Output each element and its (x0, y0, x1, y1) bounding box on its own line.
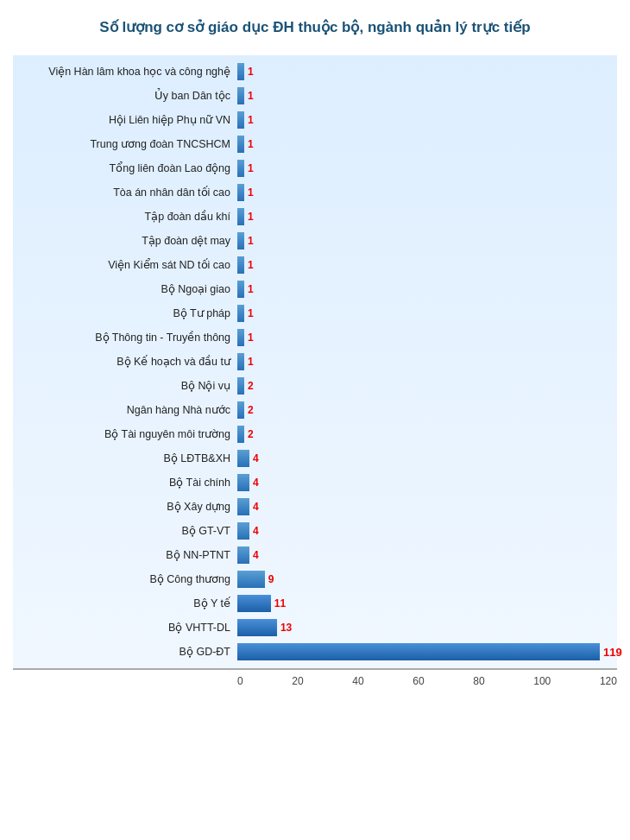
x-axis-tick: 20 (292, 675, 303, 687)
bar-fill: 4 (237, 522, 249, 540)
bar-label: Ủy ban Dân tộc (13, 89, 237, 102)
bar-row: Bộ Y tế11 (13, 591, 617, 616)
bar-row: Tập đoàn dệt may1 (13, 229, 617, 253)
bar-value: 1 (248, 235, 254, 247)
bar-fill: 1 (237, 208, 244, 225)
bar-row: Bộ Nội vụ2 (13, 374, 617, 398)
bar-row: Bộ Tài chính4 (13, 471, 617, 495)
bar-value: 2 (248, 380, 254, 392)
bar-row: Bộ LĐTB&XH4 (13, 446, 617, 471)
bar-value: 4 (253, 525, 259, 537)
bar-fill: 1 (237, 281, 244, 298)
bar-label: Bộ Kế hoạch và đầu tư (13, 355, 237, 368)
bar-value: 2 (248, 404, 254, 416)
bar-track: 4 (237, 546, 617, 565)
bar-row: Bộ Thông tin - Truyền thông1 (13, 325, 617, 350)
bar-fill: 1 (237, 184, 244, 201)
bar-track: 11 (237, 594, 617, 613)
bar-fill: 4 (237, 450, 249, 467)
bar-fill: 4 (237, 546, 249, 564)
bar-row: Bộ NN-PTNT4 (13, 543, 617, 567)
bar-row: Bộ Tư pháp1 (13, 301, 617, 325)
bar-fill: 1 (237, 329, 244, 346)
bar-label: Bộ VHTT-DL (13, 621, 237, 634)
bar-row: Bộ GT-VT4 (13, 519, 617, 543)
bar-track: 4 (237, 473, 617, 492)
bar-value: 4 (253, 549, 259, 561)
bar-fill: 2 (237, 426, 244, 443)
bar-fill: 4 (237, 498, 249, 515)
bar-value: 1 (248, 283, 254, 295)
bar-value: 1 (248, 186, 254, 199)
bar-label: Viện Kiểm sát ND tối cao (13, 258, 237, 271)
bar-label: Hội Liên hiệp Phụ nữ VN (13, 113, 237, 126)
bar-row: Tòa án nhân dân tối cao1 (13, 180, 617, 205)
bar-value: 4 (253, 452, 259, 464)
x-axis-tick: 0 (237, 675, 243, 687)
bar-fill: 1 (237, 256, 244, 274)
x-axis: 020406080100120 (237, 675, 617, 687)
bar-track: 1 (237, 328, 617, 347)
bar-row: Viện Kiểm sát ND tối cao1 (13, 253, 617, 277)
bar-fill: 9 (237, 571, 265, 588)
bar-row: Ngân hàng Nhà nước2 (13, 398, 617, 422)
bar-value: 4 (253, 501, 259, 513)
bar-fill: 1 (237, 353, 244, 370)
bar-label: Bộ GD-ĐT (13, 645, 237, 658)
x-axis-ticks: 020406080100120 (237, 675, 617, 687)
bar-fill: 1 (237, 63, 244, 80)
bar-label: Bộ Tài nguyên môi trường (13, 427, 237, 440)
bar-label: Bộ Tư pháp (13, 306, 237, 319)
bar-track: 2 (237, 401, 617, 420)
bar-fill: 1 (237, 136, 244, 153)
bar-track: 1 (237, 62, 617, 81)
bar-track: 2 (237, 425, 617, 444)
bar-label: Bộ NN-PTNT (13, 548, 237, 561)
bar-value: 1 (248, 162, 254, 174)
bar-value: 1 (248, 114, 254, 126)
bar-label: Viện Hàn lâm khoa học và công nghệ (13, 65, 237, 78)
bar-value: 4 (253, 477, 259, 489)
bar-label: Bộ Tài chính (13, 476, 237, 489)
bar-label: Tập đoàn dầu khí (13, 210, 237, 223)
bar-track: 2 (237, 376, 617, 395)
bar-label: Tập đoàn dệt may (13, 234, 237, 247)
bar-value: 11 (274, 597, 286, 609)
bar-label: Bộ Thông tin - Truyền thông (13, 331, 237, 344)
bar-fill: 4 (237, 474, 249, 491)
bar-row: Tổng liên đoàn Lao động1 (13, 156, 617, 180)
bar-value: 1 (248, 211, 254, 223)
bar-value: 13 (280, 622, 292, 634)
bar-fill: 1 (237, 111, 244, 129)
bar-track: 1 (237, 183, 617, 202)
bar-value: 1 (248, 307, 254, 319)
bar-row: Bộ VHTT-DL13 (13, 616, 617, 640)
bar-track: 1 (237, 159, 617, 178)
bar-track: 4 (237, 449, 617, 468)
bar-row: Trung ương đoàn TNCSHCM1 (13, 132, 617, 156)
bar-value: 1 (248, 259, 254, 271)
bar-track: 1 (237, 280, 617, 299)
bar-fill: 1 (237, 232, 244, 249)
bar-value: 1 (248, 138, 254, 150)
bar-label: Bộ LĐTB&XH (13, 452, 237, 464)
bar-track: 1 (237, 352, 617, 371)
bar-track: 119 (237, 642, 617, 661)
bar-value: 2 (248, 428, 254, 440)
bar-fill: 13 (237, 619, 277, 636)
bar-fill: 119 (237, 643, 600, 660)
bar-track: 13 (237, 618, 617, 637)
bar-fill: 1 (237, 87, 244, 104)
bar-track: 1 (237, 304, 617, 323)
chart-title: Số lượng cơ sở giáo dục ĐH thuộc bộ, ngà… (99, 17, 530, 38)
bar-label: Ngân hàng Nhà nước (13, 403, 237, 416)
bar-track: 1 (237, 135, 617, 154)
bar-label: Bộ Y tế (13, 597, 237, 609)
bar-value: 1 (248, 332, 254, 344)
x-axis-tick: 40 (352, 675, 363, 687)
bar-row: Bộ Công thương9 (13, 567, 617, 591)
bar-label: Tòa án nhân dân tối cao (13, 186, 237, 199)
bar-row: Tập đoàn dầu khí1 (13, 205, 617, 229)
bar-label: Bộ Nội vụ (13, 379, 237, 392)
bar-track: 1 (237, 256, 617, 275)
